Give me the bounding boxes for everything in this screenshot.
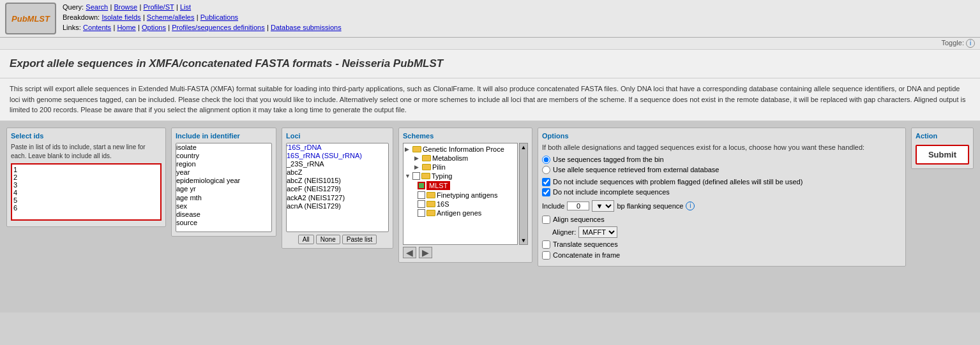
db-submissions-link[interactable]: Database submissions	[271, 24, 342, 31]
publications-link[interactable]: Publications	[200, 13, 238, 21]
folder-icon-metabolism	[422, 155, 431, 161]
antigen-checkbox[interactable]	[418, 209, 425, 217]
tree-label-metabolism: Metabolism	[432, 154, 468, 162]
loci-title: Loci	[286, 132, 389, 140]
no-problem-checkbox[interactable]	[542, 178, 550, 186]
query-list-link[interactable]: List	[180, 3, 191, 11]
align-row: Align sequences	[542, 216, 901, 224]
tree-forward-btn[interactable]: ▶	[419, 247, 432, 258]
breakdown-label: Breakdown:	[63, 13, 100, 21]
ids-textarea[interactable]: 1 2 3 4 5 6	[11, 163, 162, 221]
breakdown-row: Breakdown: Isolate fields | Scheme/allel…	[63, 13, 342, 22]
tree-label-genetic: Genetic Information Proce	[423, 145, 504, 153]
tree-item-mlst[interactable]: MLST	[405, 180, 516, 191]
expand-icon-pilin: ▶	[414, 164, 421, 170]
concatenate-label: Concatenate in frame	[553, 251, 620, 259]
radio-row-2: Use allele sequence retrieved from exter…	[542, 166, 901, 174]
allele-desc: If both allele designations and tagged s…	[542, 143, 901, 152]
checkbox-row-1: Do not include sequences with problem fl…	[542, 178, 901, 186]
include-identifier-select[interactable]: isolate country region year epidemiologi…	[176, 143, 272, 232]
translate-checkbox[interactable]	[542, 240, 550, 249]
translate-row: Translate sequences	[542, 240, 901, 249]
description-text: This script will export allele sequences…	[10, 84, 970, 115]
tree-item-16s[interactable]: 16S	[405, 200, 516, 209]
select-ids-panel: Select ids Paste in list of ids to inclu…	[6, 128, 166, 227]
options-title: Options	[542, 132, 901, 140]
query-search-link[interactable]: Search	[86, 3, 108, 11]
paste-list-button[interactable]: Paste list	[342, 235, 377, 244]
options-panel: Options If both allele designations and …	[538, 128, 906, 267]
finetyping-checkbox[interactable]	[418, 191, 425, 199]
schemes-panel: Schemes ▶ Genetic Information Proce ▶ Me…	[398, 128, 532, 263]
submit-button[interactable]: Submit	[916, 145, 969, 165]
radio-external-label: Use allele sequence retrieved from exter…	[553, 166, 719, 173]
concatenate-checkbox[interactable]	[542, 251, 550, 260]
flanking-dropdown[interactable]: ▼	[592, 200, 614, 212]
expand-icon: ▶	[405, 146, 411, 152]
no-problem-label: Do not include sequences with problem fl…	[553, 178, 803, 186]
radio-external[interactable]	[542, 166, 550, 174]
tree-label-antigen: Antigen genes	[437, 209, 481, 217]
include-identifier-title: Include in identifier	[176, 132, 272, 140]
query-row: Query: Search | Browse | Profile/ST | Li…	[63, 3, 342, 11]
action-title: Action	[916, 132, 969, 140]
tree-back-btn[interactable]: ◀	[403, 247, 416, 258]
isolate-fields-link[interactable]: Isolate fields	[102, 13, 140, 21]
tree-item-typing[interactable]: ▼ Typing	[405, 172, 516, 180]
loci-select[interactable]: '16S_rDNA 16S_rRNA (SSU_rRNA) _23S_rRNA …	[286, 143, 389, 232]
scroll-up-icon[interactable]: ▲	[521, 144, 527, 150]
radio-tagged-label: Use sequences tagged from the bin	[553, 156, 664, 163]
options-link[interactable]: Options	[142, 24, 166, 31]
tree-item-pilin[interactable]: ▶ Pilin	[405, 163, 516, 172]
tree-item-finetyping[interactable]: Finetyping antigens	[405, 191, 516, 200]
home-link[interactable]: Home	[117, 24, 135, 31]
tree-label-typing: Typing	[432, 172, 452, 180]
flanking-input[interactable]	[567, 202, 589, 210]
select-ids-title: Select ids	[11, 132, 162, 140]
bp-label: bp flanking sequence	[617, 202, 683, 210]
checkbox-row-2: Do not include incomplete sequences	[542, 188, 901, 196]
include-flanking-row: Include ▼ bp flanking sequence i	[542, 200, 901, 212]
mlst-checkbox[interactable]	[418, 182, 425, 189]
header: PubMLST Query: Search | Browse | Profile…	[0, 0, 980, 38]
no-incomplete-checkbox[interactable]	[542, 188, 550, 196]
logo-text: PubMLST	[11, 14, 50, 24]
profiles-link[interactable]: Profiles/sequences definitions	[172, 24, 265, 31]
tree-item-antigen[interactable]: Antigen genes	[405, 209, 516, 217]
tree-label-mlst: MLST	[426, 181, 450, 190]
radio-tagged[interactable]	[542, 156, 550, 164]
scroll-down-icon[interactable]: ▼	[521, 237, 527, 244]
expand-icon-metabolism: ▶	[414, 155, 421, 161]
aligner-select[interactable]: MAFFT	[578, 226, 617, 238]
main-content: Select ids Paste in list of ids to inclu…	[0, 121, 980, 312]
no-incomplete-label: Do not include incomplete sequences	[553, 188, 670, 196]
contents-link[interactable]: Contents	[83, 24, 111, 31]
folder-icon-typing	[421, 173, 430, 179]
translate-label: Translate sequences	[553, 240, 618, 248]
scheme-alleles-link[interactable]: Scheme/alleles	[147, 13, 195, 21]
align-checkbox[interactable]	[542, 216, 550, 224]
none-button[interactable]: None	[316, 235, 340, 244]
tree-label-16s: 16S	[437, 200, 449, 208]
folder-icon-typing-checkbox[interactable]	[412, 172, 420, 180]
folder-icon-antigen	[426, 210, 435, 216]
page-title-bar: Export allele sequences in XMFA/concaten…	[0, 50, 980, 78]
16s-checkbox[interactable]	[418, 200, 425, 208]
toggle-label: Toggle:	[941, 39, 966, 47]
description-section: This script will export allele sequences…	[0, 78, 980, 121]
toggle-icon[interactable]: i	[966, 39, 975, 48]
tree-label-pilin: Pilin	[432, 163, 446, 171]
links-label: Links:	[63, 24, 81, 31]
all-button[interactable]: All	[298, 235, 314, 244]
tree-label-finetyping: Finetyping antigens	[437, 191, 497, 199]
query-browse-link[interactable]: Browse	[114, 3, 137, 11]
radio-row-1: Use sequences tagged from the bin	[542, 156, 901, 164]
schemes-tree-container: ▶ Genetic Information Proce ▶ Metabolism…	[403, 143, 528, 245]
flanking-info-icon[interactable]: i	[686, 202, 695, 210]
query-profilest-link[interactable]: Profile/ST	[143, 3, 174, 11]
radio-group: Use sequences tagged from the bin Use al…	[542, 156, 901, 174]
tree-scroll[interactable]: ▲ ▼	[519, 143, 528, 245]
tree-item-metabolism[interactable]: ▶ Metabolism	[405, 154, 516, 163]
tree-item-genetic[interactable]: ▶ Genetic Information Proce	[405, 145, 516, 154]
schemes-tree[interactable]: ▶ Genetic Information Proce ▶ Metabolism…	[403, 143, 518, 245]
